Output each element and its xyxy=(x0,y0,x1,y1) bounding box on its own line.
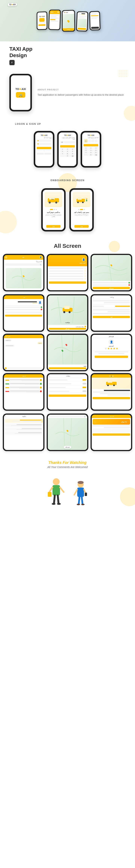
logon-phones-row: TO★AXI ورود / ثبت نام یا TO★AXI xyxy=(6,131,129,167)
footer-illustration xyxy=(4,476,131,506)
svg-point-39 xyxy=(77,504,80,505)
about-label: ABOUT PROJECT xyxy=(37,89,126,91)
onboarding-illustration-2 xyxy=(73,192,90,207)
onboarding-body-1: سریع‌ترین و مطمئن‌ترین سرویس تاکسی xyxy=(45,214,62,217)
screen-profile-drawer: 👤 احمد محمد xyxy=(47,254,88,291)
title-section: TAXI App Design F xyxy=(0,41,135,68)
logon-phone-1: TO★AXI ورود / ثبت نام یا xyxy=(34,131,55,167)
footer-thanks-line1: Thanks For Watching xyxy=(4,461,131,465)
footer-person-1-svg xyxy=(47,476,66,506)
footer-section: Thanks For Watching All Your Comments Ar… xyxy=(0,453,135,518)
svg-line-34 xyxy=(74,490,77,495)
hero-phone-2: Menu xyxy=(48,9,61,30)
logon-phone-3: TO★AXI کد تایید را وارد کنید 1 123 456 7… xyxy=(80,131,101,167)
page-title: TAXI App Design xyxy=(9,46,126,58)
onboarding-section: ONBOARDING SCREEN TAXI xyxy=(0,173,135,237)
svg-rect-19 xyxy=(108,380,112,383)
allscreen-grid-row1: خانه 👤 کجا می‌روید؟ 🔍 xyxy=(0,252,135,293)
svg-point-21 xyxy=(113,384,115,386)
svg-line-28 xyxy=(58,495,59,503)
svg-rect-9 xyxy=(78,197,82,200)
screen-wallet: ← کیف پول ۱۵,۰۰۰ تومان تومان xyxy=(91,413,132,451)
screen-map-search: 🔍 تایید مکان xyxy=(47,413,88,451)
onboarding-phone-1: TAXI به تاکسی خوش آمدید سریع‌ترین و مطمئ… xyxy=(41,188,66,231)
about-description: Taxi application to deliver passengers w… xyxy=(37,93,126,97)
footer-person-2-svg xyxy=(73,480,88,506)
screen-taxi-map: موقعیت نقطه سوار شدن سفر الان xyxy=(47,294,88,332)
svg-point-29 xyxy=(52,503,56,505)
allscreen-deco-circle xyxy=(109,241,120,252)
svg-line-37 xyxy=(79,497,79,504)
figma-icon: F xyxy=(9,60,14,65)
allscreen-grid-row2: ← سفر 👤 xyxy=(0,293,135,333)
svg-line-25 xyxy=(60,487,64,492)
about-section: TO★AXI 🚕 ABOUT PROJECT Taxi application … xyxy=(0,68,135,117)
svg-point-16 xyxy=(63,311,65,313)
onboarding-dots-1 xyxy=(50,209,57,210)
onboarding-title-2: مسیر خود را انتخاب کنید xyxy=(74,212,89,213)
svg-rect-33 xyxy=(77,488,84,497)
screen-settings: ← تنظیمات xyxy=(47,373,88,411)
svg-point-12 xyxy=(86,198,88,199)
onboarding-phone-2: مسیر خود را انتخاب کنید به هر کجا که می‌… xyxy=(69,188,94,231)
screen-history: ← تاریخچه xyxy=(3,373,44,411)
taxi-illustration-svg-2 xyxy=(75,195,88,204)
hero-phone-3: TO★AXI رزرو کنید xyxy=(62,10,75,32)
svg-point-3 xyxy=(49,202,50,203)
about-phone-mockup: TO★AXI 🚕 xyxy=(9,74,32,112)
screen-home: خانه 👤 کجا می‌روید؟ 🔍 xyxy=(3,254,44,291)
onboarding-title-1: به تاکسی خوش آمدید xyxy=(47,212,60,213)
onboarding-section-label: ONBOARDING SCREEN xyxy=(4,175,131,184)
about-content: ABOUT PROJECT Taxi application to delive… xyxy=(37,89,126,97)
logon-section: LOGON & SIGN UP TO★AXI ورود / ثبت نام یا xyxy=(0,117,135,173)
screen-trip-details: احمد محمد در راه هستم ممنون → xyxy=(3,334,44,371)
svg-point-22 xyxy=(53,478,60,485)
svg-rect-36 xyxy=(85,493,87,496)
logon-section-label: LOGON & SIGN UP xyxy=(6,119,129,127)
screen-payment: ← پرداخت تایید xyxy=(91,294,132,332)
onboarding-next-btn-2[interactable]: بعدی xyxy=(74,225,89,228)
svg-point-32 xyxy=(78,481,83,484)
svg-point-30 xyxy=(57,503,61,505)
screen-rating: تجربه سفر 👤 احمد محمد xyxy=(91,334,132,371)
about-phone-taxi-icon: 🚕 xyxy=(16,92,25,98)
about-phone-logo: TO★AXI xyxy=(15,88,26,91)
screen-map-destination: مقصد xyxy=(47,334,88,371)
footer-thanks-line2: All Your Comments Are Welcomed xyxy=(4,466,131,469)
screen-driver-info: ← سفر 👤 xyxy=(3,294,44,332)
svg-point-10 xyxy=(77,202,79,203)
screen-promo: TO★AXI xyxy=(91,373,132,411)
svg-rect-15 xyxy=(64,306,69,309)
allscreen-grid-row3: احمد محمد در راه هستم ممنون → xyxy=(0,333,135,372)
hero-taxi-logo: TO★AXI xyxy=(8,3,17,6)
onboarding-body-2: به هر کجا که می‌خواهید برسید xyxy=(75,214,89,216)
onboarding-illustration-1: TAXI xyxy=(45,192,62,207)
svg-point-17 xyxy=(68,311,70,313)
svg-point-40 xyxy=(81,504,85,505)
svg-text:TAXI: TAXI xyxy=(51,199,54,200)
allscreen-grid-row5: ← اعلان‌ها xyxy=(0,412,135,453)
taxi-illustration-svg-1: TAXI xyxy=(47,195,60,204)
svg-rect-13 xyxy=(86,199,87,202)
svg-point-20 xyxy=(107,384,109,386)
hero-phone-4 xyxy=(76,11,88,32)
svg-point-5 xyxy=(56,202,57,203)
svg-line-38 xyxy=(82,497,82,504)
hero-phone-5 xyxy=(89,11,101,30)
logon-phone-2: TO★AXI شماره تلفن خود را وارد کنید +98 1… xyxy=(57,131,78,167)
allscreen-grid-row4: ← تاریخچه xyxy=(0,372,135,412)
hero-section: TO★AXI Menu xyxy=(0,0,135,41)
svg-line-27 xyxy=(54,495,55,503)
onboarding-dots-2 xyxy=(78,209,85,210)
svg-rect-23 xyxy=(53,485,60,495)
onboarding-phones-row: TAXI به تاکسی خوش آمدید سریع‌ترین و مطمئ… xyxy=(4,188,131,231)
svg-rect-26 xyxy=(48,492,52,497)
screen-notifications: ← اعلان‌ها xyxy=(3,413,44,451)
decorative-dots-1 xyxy=(119,70,128,77)
hero-phone-1: TO★AXI xyxy=(37,11,47,30)
allscreen-label-section: All Screen xyxy=(0,237,135,252)
onboarding-next-btn-1[interactable]: بعدی xyxy=(46,225,60,228)
screen-ride-booking: رزرو کنید xyxy=(91,254,132,291)
svg-point-11 xyxy=(82,202,83,203)
